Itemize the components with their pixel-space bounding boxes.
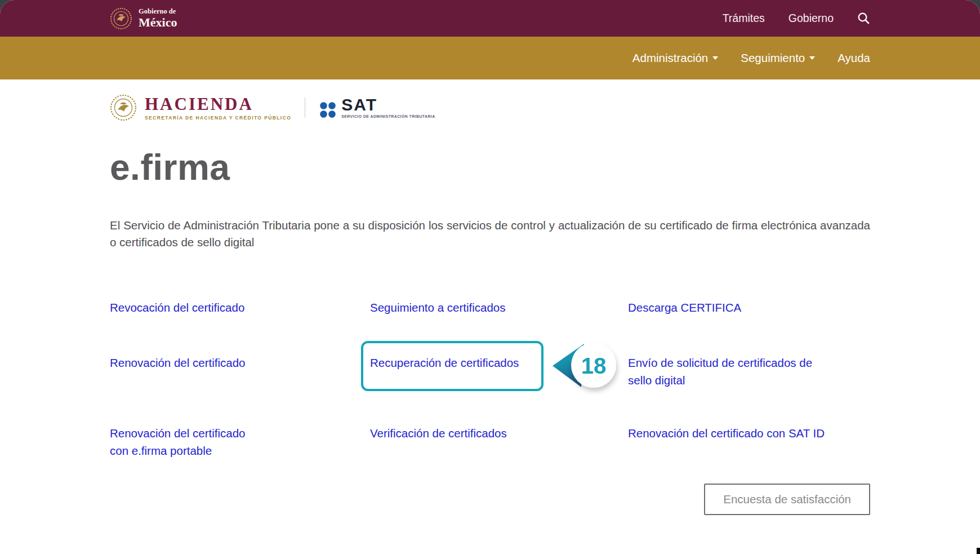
gobmx-header: Gobierno de México Trámites Gobierno (0, 0, 980, 37)
link-descarga-certifica[interactable]: Descarga CERTIFICA (628, 299, 741, 316)
nav-tramites[interactable]: Trámites (723, 12, 765, 25)
chevron-down-icon (809, 56, 815, 60)
search-icon[interactable] (857, 12, 870, 25)
hacienda-subtitle: SECRETARÍA DE HACIENDA Y CRÉDITO PÚBLICO (145, 115, 291, 121)
link-envio-solicitud-sello-digital[interactable]: Envío de solicitud de certificados de se… (628, 354, 825, 389)
logo-text-line2: México (139, 16, 177, 29)
link-renovacion-certificado[interactable]: Renovación del certificado (110, 354, 245, 371)
links-row-2: Renovación del certificado Recuperación … (110, 354, 870, 389)
nav-seguimiento[interactable]: Seguimiento (741, 51, 815, 65)
link-recuperacion-certificados[interactable]: Recuperación de certificados (370, 354, 519, 371)
intro-text: El Servicio de Administración Tributaria… (110, 217, 870, 251)
mexico-seal-icon (110, 7, 132, 30)
brand-row: HACIENDA SECRETARÍA DE HACIENDA Y CRÉDIT… (110, 94, 980, 121)
nav-gobierno[interactable]: Gobierno (789, 12, 834, 25)
link-revocacion-certificado[interactable]: Revocación del certificado (110, 299, 244, 316)
logo-text-line1: Gobierno de (139, 8, 177, 15)
efirma-page: Gobierno de México Trámites Gobierno Adm… (0, 0, 980, 554)
gobierno-de-mexico-logo[interactable]: Gobierno de México (110, 7, 177, 30)
sat-wordmark: SAT (341, 96, 435, 113)
corner-artifact (977, 548, 980, 554)
chevron-down-icon (712, 56, 718, 60)
hacienda-seal-icon (110, 94, 137, 121)
nav-ayuda[interactable]: Ayuda (838, 51, 870, 65)
sat-dots-icon (319, 101, 337, 119)
service-links-grid: Revocación del certificado Seguimiento a… (110, 299, 870, 459)
links-row-3: Renovación del certificado con e.firma p… (110, 424, 870, 459)
links-row-1: Revocación del certificado Seguimiento a… (110, 299, 870, 316)
page-title: e.firma (110, 147, 980, 189)
sat-subtitle: SERVICIO DE ADMINISTRACIÓN TRIBUTARIA (341, 115, 435, 119)
sat-logo: SAT SERVICIO DE ADMINISTRACIÓN TRIBUTARI… (319, 96, 435, 119)
survey-button-wrap: Encuesta de satisfacción (0, 484, 870, 515)
brand-divider (305, 97, 305, 118)
top-navigation: Trámites Gobierno (723, 12, 870, 25)
link-verificacion-certificados[interactable]: Verificación de certificados (370, 424, 507, 442)
hacienda-wordmark: HACIENDA (145, 95, 291, 113)
link-seguimiento-certificados[interactable]: Seguimiento a certificados (370, 299, 505, 316)
nav-administracion[interactable]: Administración (632, 51, 718, 65)
link-renovacion-efirma-portable[interactable]: Renovación del certificado con e.firma p… (110, 424, 262, 459)
link-renovacion-sat-id[interactable]: Renovación del certificado con SAT ID (628, 424, 825, 442)
section-navigation: Administración Seguimiento Ayuda (0, 37, 980, 79)
satisfaction-survey-button[interactable]: Encuesta de satisfacción (704, 484, 870, 515)
